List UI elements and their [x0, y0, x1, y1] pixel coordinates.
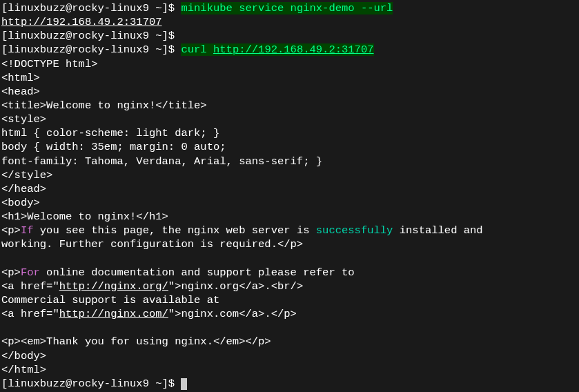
prompt: [linuxbuzz@rocky-linux9 ~]$ [1, 378, 175, 390]
terminal-line[interactable]: [linuxbuzz@rocky-linux9 ~]$ curl http://… [1, 43, 578, 57]
output-line: <h1>Welcome to nginx!</h1> [1, 210, 578, 224]
output-line: <style> [1, 112, 578, 126]
prompt: [linuxbuzz@rocky-linux9 ~]$ [1, 2, 175, 14]
terminal-prompt-active[interactable]: [linuxbuzz@rocky-linux9 ~]$ [1, 377, 578, 391]
output-line: </body> [1, 349, 578, 363]
output-line: </head> [1, 182, 578, 196]
output-line: font-family: Tahoma, Verdana, Arial, san… [1, 155, 578, 168]
command-curl: curl [181, 43, 213, 56]
terminal-output-url[interactable]: http://192.168.49.2:31707 [1, 15, 578, 29]
output-line: <p>If you see this page, the nginx web s… [1, 224, 578, 237]
output-line: <!DOCTYPE html> [1, 57, 578, 71]
command-minikube: minikube service nginx-demo --url [181, 2, 393, 14]
prompt: [linuxbuzz@rocky-linux9 ~]$ [1, 30, 175, 42]
output-line: html { color-scheme: light dark; } [1, 126, 578, 140]
blank-line [1, 321, 578, 335]
output-line: <p>For online documentation and support … [1, 266, 578, 280]
output-line: <title>Welcome to nginx!</title> [1, 99, 578, 112]
output-line: <body> [1, 196, 578, 210]
service-url: http://192.168.49.2:31707 [1, 16, 162, 28]
blank-line [1, 252, 578, 266]
output-line: <a href="http://nginx.org/">nginx.org</a… [1, 280, 578, 293]
curl-url: http://192.168.49.2:31707 [213, 43, 374, 56]
prompt: [linuxbuzz@rocky-linux9 ~]$ [1, 43, 175, 56]
output-line: body { width: 35em; margin: 0 auto; [1, 140, 578, 154]
output-line: working. Further configuration is requir… [1, 237, 578, 251]
terminal-line[interactable]: [linuxbuzz@rocky-linux9 ~]$ minikube ser… [1, 1, 578, 15]
output-line: <p><em>Thank you for using nginx.</em></… [1, 335, 578, 349]
output-line: Commercial support is available at [1, 293, 578, 307]
terminal-prompt-empty[interactable]: [linuxbuzz@rocky-linux9 ~]$ [1, 29, 578, 43]
cursor [181, 378, 187, 390]
output-line: <head> [1, 85, 578, 99]
output-line: <a href="http://nginx.com/">nginx.com</a… [1, 307, 578, 321]
output-line: </style> [1, 168, 578, 182]
output-line: <html> [1, 71, 578, 85]
output-line: </html> [1, 363, 578, 377]
